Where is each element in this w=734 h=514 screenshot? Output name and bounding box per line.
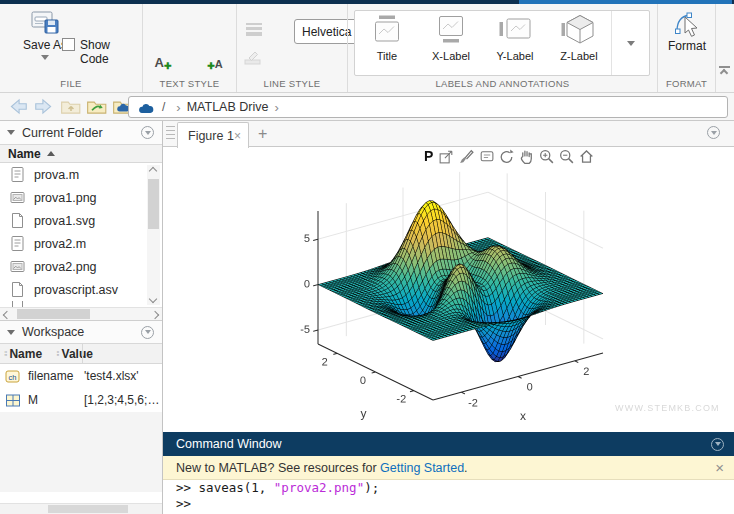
drag-handle-icon[interactable]: ⁞⁞ — [56, 349, 58, 358]
workspace-col-value: Value — [62, 347, 93, 361]
zoom-in-tool-button[interactable] — [537, 147, 555, 165]
files-column-name: Name — [8, 147, 41, 161]
scroll-down-icon[interactable] — [149, 295, 157, 303]
new-tab-button[interactable]: + — [258, 125, 267, 143]
watermark: WWW.STEMKB.COM — [615, 403, 720, 413]
workspace-row[interactable]: M[1,2,3;4,5,6;… — [0, 388, 162, 412]
labels-more-dropdown[interactable] — [611, 11, 649, 75]
y-label-icon — [498, 14, 532, 48]
show-code-checkbox[interactable] — [62, 38, 75, 51]
file-row[interactable]: prova1.png — [0, 186, 162, 209]
zoom-out-tool-button[interactable] — [557, 147, 575, 165]
current-folder-header[interactable]: Current Folder — [0, 121, 162, 144]
command-line[interactable]: >> saveas(1, "prova2.png"); — [163, 480, 734, 496]
decrease-font-button[interactable]: ✚A — [203, 48, 227, 70]
sidebar-horizontal-scrollbar[interactable] — [0, 503, 162, 514]
scrollbar-thumb[interactable] — [148, 179, 159, 229]
ribbon-section-format: Format FORMAT — [658, 4, 716, 92]
splitter-grip-icon[interactable] — [166, 126, 175, 142]
show-code-label: Show Code — [80, 38, 142, 66]
matrix-variable-icon — [5, 393, 21, 408]
image-icon — [10, 258, 25, 275]
file-row[interactable]: prova2.png — [0, 255, 162, 278]
tab-label: Figure 1 — [188, 129, 234, 143]
forward-button[interactable] — [33, 97, 55, 116]
file-row[interactable]: prova.m — [0, 163, 162, 186]
breadcrumb-path[interactable]: MATLAB Drive — [187, 100, 269, 114]
increase-font-button[interactable]: A✚ — [151, 48, 175, 70]
breadcrumb[interactable]: / › MATLAB Drive › — [128, 96, 728, 118]
line-color-swatch-icon — [244, 49, 262, 65]
files-column-header[interactable]: Name — [0, 144, 162, 163]
figure-area: P WWW.STEMKB.COM — [163, 147, 734, 432]
home-tool-button[interactable] — [577, 147, 595, 165]
collapse-ribbon-button[interactable] — [718, 66, 731, 77]
z-label-button[interactable]: Z-Label — [547, 11, 611, 75]
scroll-up-icon[interactable] — [149, 167, 157, 175]
datatips-tool-button[interactable] — [477, 147, 495, 165]
command-window-header[interactable]: Command Window — [163, 432, 734, 456]
mfile-icon — [10, 235, 25, 252]
image-icon — [10, 189, 25, 206]
brush-tool-button[interactable] — [457, 147, 475, 165]
matlab-drive-cloud-icon — [137, 101, 156, 114]
pan-tool-button[interactable] — [517, 147, 535, 165]
panel-menu-icon[interactable] — [707, 126, 720, 139]
scroll-right-icon[interactable] — [151, 310, 159, 318]
breadcrumb-root[interactable]: / — [162, 100, 165, 114]
command-prompt-area[interactable]: >> saveas(1, "prova2.png");>> — [163, 480, 734, 514]
scrollbar-thumb[interactable] — [17, 309, 90, 319]
up-one-level-button[interactable] — [60, 97, 82, 116]
tab-figure-1[interactable]: Figure 1 × — [177, 122, 249, 148]
breadcrumb-separator: › — [176, 100, 180, 115]
export-icon — [438, 148, 455, 165]
file-row[interactable]: prova1.svg — [0, 209, 162, 232]
workspace-rows: chfilename'test4.xlsx'M[1,2,3;4,5,6;… — [0, 364, 162, 412]
breadcrumb-separator: › — [274, 100, 278, 115]
scroll-left-icon[interactable] — [3, 310, 11, 318]
figure-canvas[interactable] — [163, 147, 734, 432]
files-vertical-scrollbar[interactable] — [147, 165, 160, 305]
format-cursor-icon — [674, 10, 701, 37]
collapse-triangle-icon[interactable] — [7, 130, 15, 135]
scrollbar-thumb[interactable] — [48, 505, 128, 513]
file-row[interactable]: prova2.m — [0, 232, 162, 255]
browse-folder-button[interactable] — [86, 97, 108, 116]
banner-close-icon[interactable]: × — [715, 459, 724, 476]
save-as-icon — [30, 9, 60, 36]
panel-menu-icon[interactable] — [141, 326, 154, 339]
panel-menu-icon[interactable] — [141, 126, 154, 139]
x-label-button[interactable]: X-Label — [419, 11, 483, 75]
back-button[interactable] — [7, 97, 29, 116]
ribbon-section-labels: TitleX-LabelY-LabelZ-Label LABELS AND AN… — [348, 4, 658, 92]
sort-ascending-icon — [47, 151, 55, 156]
overlay-letter: P — [424, 148, 433, 164]
file-name: prova1.png — [34, 191, 97, 205]
current-folder-title: Current Folder — [22, 126, 141, 140]
rotate-tool-button[interactable] — [497, 147, 515, 165]
file-list: prova.mprova1.pngprova1.svgprova2.mprova… — [0, 163, 162, 307]
labels-section-label: LABELS AND ANNOTATIONS — [348, 78, 657, 89]
file-icon — [10, 281, 25, 298]
files-horizontal-scrollbar[interactable] — [0, 307, 162, 320]
workspace-column-headers[interactable]: ⁞⁞ Name ⁞⁞ Value — [0, 343, 162, 364]
save-as-caret-icon — [41, 55, 49, 60]
title-button[interactable]: Title — [355, 11, 419, 75]
collapse-triangle-icon[interactable] — [7, 330, 15, 335]
figure-toolbar: P — [424, 147, 595, 165]
export-tool-button[interactable] — [437, 147, 455, 165]
workspace-row[interactable]: chfilename'test4.xlsx' — [0, 364, 162, 388]
svg-text:ch: ch — [9, 372, 17, 381]
panel-menu-icon[interactable] — [711, 438, 724, 451]
navigation-toolbar: / › MATLAB Drive › — [0, 93, 734, 121]
command-line[interactable]: >> — [163, 496, 734, 512]
tab-close-icon[interactable]: × — [234, 129, 241, 143]
file-row[interactable]: provascript.asv — [0, 278, 162, 301]
format-button[interactable]: Format — [662, 10, 712, 76]
y-label-button[interactable]: Y-Label — [483, 11, 547, 75]
drag-handle-icon[interactable]: ⁞⁞ — [4, 349, 6, 358]
workspace-header[interactable]: Workspace — [0, 320, 162, 343]
labels-button-group: TitleX-LabelY-LabelZ-Label — [354, 10, 650, 76]
brush-icon — [458, 148, 475, 165]
getting-started-link[interactable]: Getting Started — [380, 461, 464, 475]
